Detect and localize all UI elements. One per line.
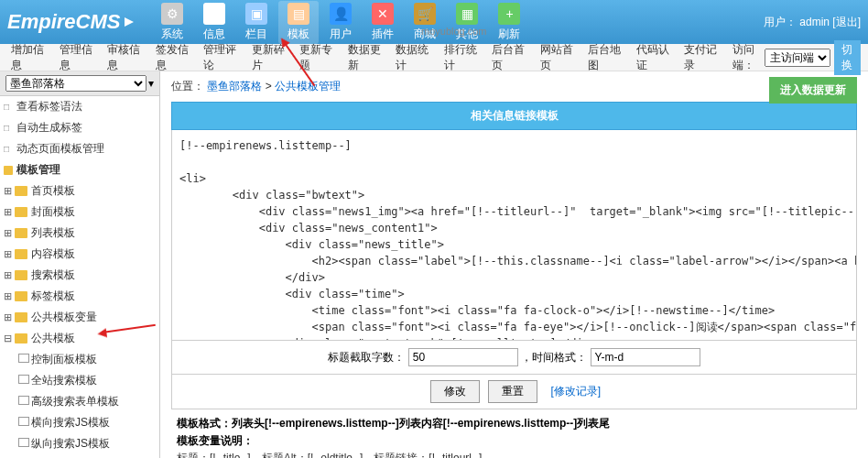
tree-leaf[interactable]: 控制面板模板 (15, 349, 159, 370)
title-cut-input[interactable] (408, 348, 518, 366)
nav-icon: ▣ (245, 3, 267, 25)
menu-更新碎片[interactable]: 更新碎片 (248, 42, 289, 73)
submit-button[interactable]: 修改 (430, 380, 480, 403)
switch-button[interactable]: 切换 (834, 40, 861, 75)
top-nav: ⚙系统✎信息▣栏目▤模板👤用户✕插件🛒商城▦其他+刷新 (152, 1, 529, 44)
nav-icon: 🛒 (414, 3, 436, 25)
folder-icon (15, 333, 27, 344)
form-row: 标题截取字数： ，时间格式： (171, 341, 857, 375)
folder-icon (15, 207, 27, 217)
menu-数据更新[interactable]: 数据更新 (344, 42, 385, 73)
menubar: 增加信息管理信息审核信息签发信息管理评论更新碎片更新专题数据更新数据统计排行统计… (0, 44, 868, 71)
data-update-button[interactable]: 进入数据更新 (769, 77, 857, 104)
visit-label: 访问端： (729, 42, 761, 73)
topnav-商城[interactable]: 🛒商城 (405, 1, 445, 44)
breadcrumb: 位置： 墨鱼部落格 > 公共模板管理 (171, 79, 857, 94)
tree-group[interactable]: 列表模板 (0, 223, 159, 244)
nav-icon: ▤ (288, 3, 309, 25)
folder-icon (15, 228, 27, 238)
tree-group[interactable]: 内容模板 (0, 244, 159, 265)
tree-group[interactable]: 搜索模板 (0, 265, 159, 286)
user-name[interactable]: admin (799, 16, 830, 28)
topnav-系统[interactable]: ⚙系统 (152, 1, 192, 44)
tree-leaf[interactable]: 高级搜索表单模板 (15, 391, 159, 412)
tree-group[interactable]: 首页模板 (0, 180, 159, 202)
bc-link-2[interactable]: 公共模板管理 (275, 80, 341, 93)
menu-管理评论[interactable]: 管理评论 (200, 42, 241, 73)
menu-后台首页[interactable]: 后台首页 (488, 42, 529, 73)
nav-icon: ⚙ (161, 3, 183, 25)
topnav-用户[interactable]: 👤用户 (320, 1, 361, 44)
folder-icon (15, 186, 27, 196)
log-link[interactable]: [修改记录] (551, 385, 602, 398)
content: 位置： 墨鱼部落格 > 公共模板管理 进入数据更新 相关信息链接模板 [!--e… (160, 71, 868, 458)
menu-签发信息[interactable]: 签发信息 (152, 42, 193, 73)
menu-代码认证[interactable]: 代码认证 (633, 42, 674, 73)
menu-网站首页[interactable]: 网站首页 (537, 42, 578, 73)
tree-group[interactable]: 公共模板 (0, 328, 159, 349)
tree-leaf[interactable]: 相关信息模板 (15, 454, 159, 458)
tree-group[interactable]: 公共模板变量 (0, 307, 159, 328)
sidebar: 墨鱼部落格 ▾ 查看标签语法自动生成标签动态页面模板管理 模板管理 首页模板封面… (0, 71, 160, 458)
menu-数据统计[interactable]: 数据统计 (392, 42, 433, 73)
menu-更新专题[interactable]: 更新专题 (296, 42, 337, 73)
topnav-栏目[interactable]: ▣栏目 (236, 1, 277, 44)
folder-icon (15, 270, 27, 280)
logout-link[interactable]: [退出] (832, 16, 861, 28)
nav-icon: ✎ (203, 3, 225, 25)
tree-item[interactable]: 动态页面模板管理 (0, 138, 159, 159)
menu-后台地图[interactable]: 后台地图 (584, 42, 625, 73)
topnav-刷新[interactable]: +刷新 (489, 1, 529, 44)
folder-icon (15, 312, 27, 322)
tree-leaf[interactable]: 横向搜索JS模板 (15, 412, 159, 433)
menu-支付记录[interactable]: 支付记录 (680, 42, 722, 73)
time-format-label: ，时间格式： (521, 351, 587, 364)
topnav-插件[interactable]: ✕插件 (363, 1, 403, 44)
menu-增加信息[interactable]: 增加信息 (7, 42, 49, 73)
site-select[interactable]: 墨鱼部落格 (5, 75, 146, 92)
folder-icon (15, 291, 27, 301)
tree-leaf[interactable]: 纵向搜索JS模板 (15, 433, 159, 454)
tree-group[interactable]: 标签模板 (0, 286, 159, 307)
topnav-其他[interactable]: ▦其他 (447, 1, 487, 44)
topnav-模板[interactable]: ▤模板 (278, 1, 319, 44)
menu-审核信息[interactable]: 审核信息 (103, 42, 145, 73)
watermark: moyublog.com (421, 26, 487, 37)
title-cut-label: 标题截取字数： (328, 351, 405, 364)
nav-icon: ▦ (456, 3, 478, 25)
sidebar-select-wrap: 墨鱼部落格 ▾ (0, 71, 159, 96)
tree-item[interactable]: 自动生成标签 (0, 117, 159, 138)
nav-icon: + (498, 3, 520, 25)
topnav-信息[interactable]: ✎信息 (194, 1, 234, 44)
visit-select[interactable]: 主访问端 (765, 49, 830, 67)
tree-item[interactable]: 查看标签语法 (0, 96, 159, 117)
button-row: 修改 重置 [修改记录] (171, 375, 857, 409)
tree-leaf[interactable]: 全站搜索模板 (15, 370, 159, 391)
tree-group[interactable]: 封面模板 (0, 202, 159, 223)
user-area: 用户： admin [退出] (764, 15, 861, 30)
chevron-down-icon: ▾ (148, 77, 154, 90)
panel-title: 相关信息链接模板 (171, 102, 857, 130)
bc-link-1[interactable]: 墨鱼部落格 (207, 80, 262, 93)
menu-管理信息[interactable]: 管理信息 (56, 42, 97, 73)
reset-button[interactable]: 重置 (488, 380, 537, 403)
nav-icon: ✕ (372, 3, 394, 25)
description: 模板格式：列表头[!--empirenews.listtemp--]列表内容[!… (171, 409, 857, 458)
time-format-input[interactable] (591, 348, 700, 366)
template-code-textarea[interactable]: [!--empirenews.listtemp--] <li> <div cla… (171, 130, 857, 341)
logo: EmpireCMS (7, 10, 134, 34)
menu-排行统计[interactable]: 排行统计 (440, 42, 482, 73)
user-label: 用户： (764, 16, 797, 28)
header: EmpireCMS ⚙系统✎信息▣栏目▤模板👤用户✕插件🛒商城▦其他+刷新 用户… (0, 0, 868, 44)
section-template-mgmt[interactable]: 模板管理 (0, 159, 159, 180)
nav-icon: 👤 (330, 3, 352, 25)
folder-icon (15, 249, 27, 259)
